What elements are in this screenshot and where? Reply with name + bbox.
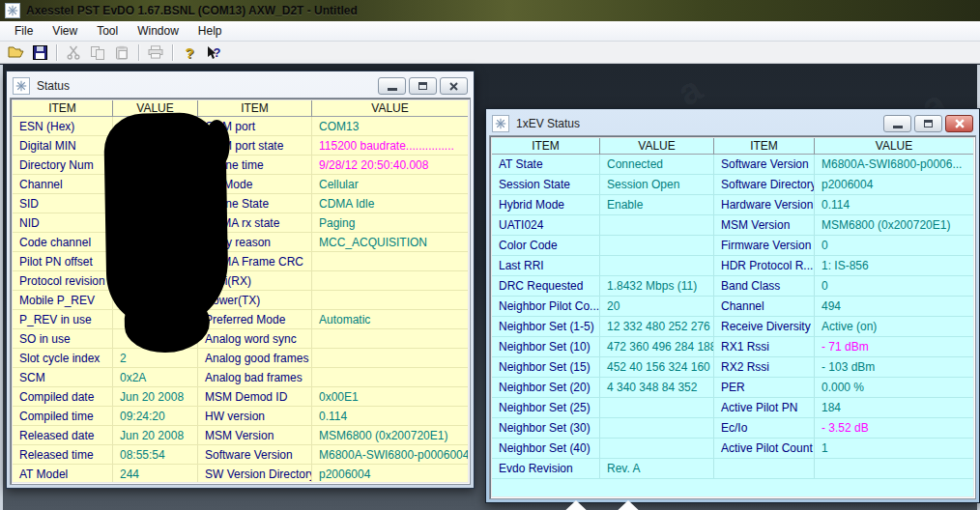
open-button[interactable] (4, 42, 27, 63)
table-row[interactable]: AT Model244SW Version Directoryp2006004 (13, 465, 468, 482)
item-cell: Compiled time (13, 407, 113, 425)
table-row[interactable]: Neighbor Set (25)Active Pilot PN184 (492, 398, 973, 418)
status-window-titlebar[interactable]: Status (10, 74, 471, 98)
restore-button[interactable] (914, 115, 942, 132)
item-cell: UATI024 (492, 215, 600, 235)
item-cell: AT Model (13, 465, 113, 482)
item-cell: Neighbor Set (25) (492, 398, 600, 417)
table-row[interactable]: Session StateSession OpenSoftware Direct… (492, 175, 973, 195)
table-row[interactable]: P_REV in usePreferred ModeAutomatic (13, 310, 468, 329)
item-cell: Software Directory (714, 175, 815, 194)
save-button[interactable] (28, 42, 51, 63)
value-cell (312, 291, 468, 309)
table-row[interactable]: ESN (Hex)COM portCOM13 (13, 117, 468, 136)
status-window[interactable]: Status ITEMVALUEITEMVALUE ESN (Hex)COM p… (6, 71, 475, 489)
table-row[interactable]: Slot cycle index2Analog good frames (13, 349, 468, 368)
table-row[interactable]: Code channelEntry reasonMCC_ACQUISITION (13, 233, 468, 252)
item-cell: Slot cycle index (13, 349, 113, 367)
column-header: ITEM (13, 100, 113, 117)
printer-icon (148, 45, 163, 59)
value-cell: 494 (815, 297, 973, 316)
table-row[interactable]: NIDCDMA rx statePaging (13, 213, 468, 233)
table-row[interactable]: Last RRIHDR Protocol R...1: IS-856 (492, 256, 973, 276)
value-cell (815, 459, 973, 478)
table-row[interactable]: UATI024MSM VersionMSM6800 (0x200720E1) (492, 215, 973, 236)
table-row[interactable]: SIDPhone StateCDMA Idle (13, 194, 468, 213)
table-row[interactable]: Neighbor Pilot Co...20Channel494 (492, 297, 973, 317)
menu-file[interactable]: File (6, 22, 42, 40)
toolbar-separator (56, 44, 57, 61)
value-cell: p2006004 (815, 175, 973, 194)
evdo-window-titlebar[interactable]: 1xEV Status (489, 112, 976, 135)
table-row[interactable]: Released dateJun 20 2008MSM VersionMSM68… (13, 426, 468, 445)
item-cell: SCM (13, 368, 113, 386)
menu-window[interactable]: Window (129, 22, 187, 40)
item-cell: Session State (492, 175, 600, 194)
item-cell: Hardware Version (714, 195, 815, 214)
item-cell: Color Code (492, 236, 600, 255)
table-row[interactable]: Compiled time09:24:20HW version0.114 (13, 407, 468, 426)
table-row[interactable]: Compiled dateJun 20 2008MSM Demod ID0x00… (13, 387, 468, 407)
context-help-button[interactable]: ? (202, 42, 225, 63)
column-header: ITEM (492, 138, 600, 155)
value-cell: Enable (600, 195, 714, 214)
table-row[interactable]: ChannelRF ModeCellular (13, 175, 468, 194)
menu-view[interactable]: View (43, 22, 86, 40)
table-row[interactable]: Digital MINCOM port state115200 baudrate… (13, 136, 468, 156)
value-cell: 12 332 480 252 276 (600, 317, 714, 336)
about-help-button[interactable]: ? (178, 42, 201, 63)
menu-help[interactable]: Help (189, 22, 231, 40)
redaction-blob (103, 112, 229, 325)
column-header: VALUE (312, 100, 468, 117)
value-cell: 244 (113, 465, 198, 482)
restore-icon (924, 120, 933, 128)
minimize-button[interactable] (378, 77, 406, 95)
close-icon (955, 119, 965, 128)
item-cell: DRC Requested (492, 276, 600, 296)
table-row[interactable]: Released time08:55:54Software VersionM68… (13, 445, 468, 465)
question-mark-icon: ? (185, 45, 193, 60)
item-cell: P_REV in use (13, 310, 113, 328)
close-button[interactable] (440, 77, 468, 95)
table-row[interactable]: Neighbor Set (40)Active Pilot Count1 (492, 439, 973, 459)
table-row[interactable]: Directory NumPhone time9/28/12 20:50:40.… (13, 156, 468, 175)
value-cell: 184 (815, 398, 973, 417)
value-cell: 0x00E1 (312, 387, 468, 406)
column-header: ITEM (714, 138, 815, 155)
cut-button (62, 42, 85, 63)
item-cell: Released date (13, 426, 113, 444)
table-row[interactable]: DRC Requested1.8432 Mbps (11)Band Class0 (492, 276, 973, 297)
value-cell: Jun 20 2008 (113, 426, 198, 444)
item-cell: Evdo Revision (492, 459, 600, 478)
restore-button[interactable] (409, 77, 437, 95)
table-row[interactable]: Evdo RevisionRev. A (492, 459, 973, 479)
table-row[interactable]: SO in useAnalog word sync (13, 329, 468, 349)
table-row[interactable]: SCM0x2AAnalog bad frames (13, 368, 468, 387)
value-cell: 0 (815, 236, 973, 255)
evdo-table: ITEMVALUEITEMVALUEAT StateConnectedSoftw… (492, 138, 973, 496)
minimize-button[interactable] (883, 115, 911, 132)
value-cell: M6800A-SWI6800-p0006004 (312, 445, 468, 464)
table-row[interactable]: Hybrid ModeEnableHardware Version0.114 (492, 195, 973, 215)
value-cell: M6800A-SWI6800-p0006... (815, 155, 973, 174)
item-cell: Preferred Mode (198, 310, 312, 328)
evdo-window[interactable]: 1xEV Status ITEMVALUEITEMVALUEAT StateCo… (485, 108, 980, 503)
value-cell: Session Open (600, 175, 714, 194)
menu-tool[interactable]: Tool (88, 22, 127, 40)
value-cell (600, 418, 714, 438)
table-row[interactable]: Protocol revisionRssi(RX) (13, 271, 468, 291)
table-row[interactable]: Neighbor Set (30)Ec/Io- 3.52 dB (492, 418, 973, 439)
table-row[interactable]: Pilot PN offsetCDMA Frame CRC (13, 252, 468, 271)
clipboard-icon (115, 45, 129, 60)
column-header: VALUE (600, 138, 714, 155)
value-cell: 115200 baudrate............... (312, 136, 468, 155)
table-row[interactable]: Neighbor Set (1-5)12 332 480 252 276Rece… (492, 317, 973, 337)
close-button[interactable] (945, 115, 973, 132)
table-row[interactable]: Neighbor Set (20)4 340 348 84 352PER0.00… (492, 378, 973, 398)
item-cell: NID (13, 213, 113, 232)
table-row[interactable]: AT StateConnectedSoftware VersionM6800A-… (492, 155, 973, 175)
table-row[interactable]: Mobile P_REVPower(TX) (13, 291, 468, 310)
table-row[interactable]: Color CodeFirmware Version0 (492, 236, 973, 256)
table-row[interactable]: Neighbor Set (10)472 360 496 284 188RX1 … (492, 337, 973, 357)
table-row[interactable]: Neighbor Set (15)452 40 156 324 160RX2 R… (492, 357, 973, 378)
